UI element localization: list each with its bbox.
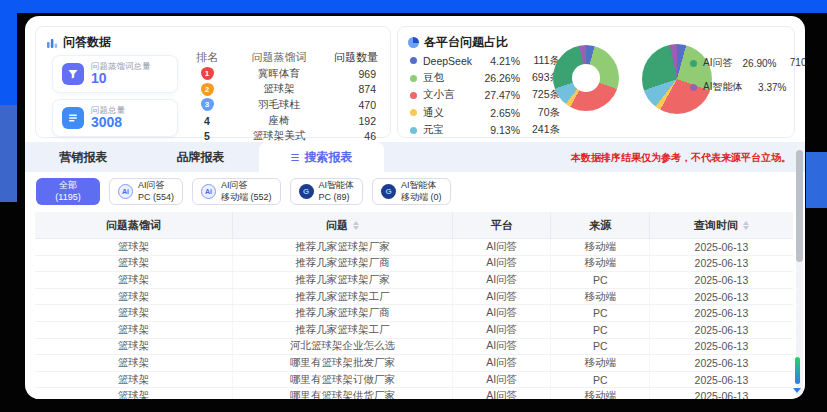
legend-count: 70条 bbox=[520, 106, 560, 120]
tab-label: 搜索报表 bbox=[304, 149, 352, 166]
table-cell: 哪里有篮球架订做厂家 bbox=[232, 372, 452, 388]
table-row[interactable]: 篮球架哪里有篮球架供货厂家AI问答移动端2025-06-13 bbox=[35, 388, 793, 399]
tab-label: 品牌报表 bbox=[177, 149, 225, 166]
filter-button-2[interactable]: AiAI问答移动端 (552) bbox=[192, 178, 281, 205]
filter-button-1[interactable]: AiAI问答PC (554) bbox=[109, 178, 183, 205]
table-cell: AI问答 bbox=[452, 305, 551, 321]
column-header-2: 平台 bbox=[452, 212, 551, 238]
column-header-label: 查询时间 bbox=[694, 218, 738, 233]
qa-data-section: 问答数据 问题蒸馏词总量 10 问题总量 3008 bbox=[35, 26, 391, 138]
legend-item[interactable]: DeepSeek4.21%111条 bbox=[410, 52, 560, 69]
legend-item[interactable]: 元宝9.13%241条 bbox=[410, 122, 560, 139]
legend-name: 元宝 bbox=[423, 123, 476, 137]
legend-name: 通义 bbox=[423, 106, 476, 120]
sort-icon[interactable] bbox=[743, 221, 749, 230]
table-row[interactable]: 篮球架推荐几家篮球架厂商AI问答移动端2025-06-13 bbox=[35, 256, 793, 273]
table-cell: AI问答 bbox=[452, 355, 551, 371]
ranking-row[interactable]: 3羽毛球柱470 bbox=[186, 97, 384, 113]
backdrop-blue-right bbox=[806, 152, 827, 208]
ai-agent-icon: G bbox=[381, 184, 396, 199]
ranking-row[interactable]: 1冀晖体育969 bbox=[186, 66, 384, 82]
platform-legend-primary: DeepSeek4.21%111条豆包26.26%693条文小言27.47%72… bbox=[410, 52, 560, 139]
filter-label-line2: 移动端 (0) bbox=[401, 192, 442, 203]
table-cell: 哪里有篮球架批发厂家 bbox=[232, 355, 452, 371]
qa-section-title: 问答数据 bbox=[63, 34, 111, 51]
ranking-word: 冀晖体育 bbox=[228, 67, 330, 81]
platform-section-header: 各平台问题占比 bbox=[408, 34, 508, 51]
tab-1[interactable]: 品牌报表 bbox=[142, 142, 259, 172]
column-header-4[interactable]: 查询时间 bbox=[649, 212, 793, 238]
legend-name: AI智能体 bbox=[703, 80, 742, 94]
table-cell: 推荐几家篮球架厂家 bbox=[232, 272, 452, 288]
table-row[interactable]: 篮球架推荐几家篮球架厂商AI问答PC2025-06-13 bbox=[35, 305, 793, 322]
filter-label: 全部(1195) bbox=[55, 180, 80, 203]
ranking-count: 46 bbox=[330, 130, 384, 142]
legend-name: 豆包 bbox=[423, 71, 476, 85]
filter-label-line1: AI问答 bbox=[221, 180, 248, 191]
legend-count: 89条 bbox=[786, 80, 805, 94]
table-row[interactable]: 篮球架推荐几家篮球架厂家AI问答PC2025-06-13 bbox=[35, 272, 793, 289]
dashboard-panel: 问答数据 问题蒸馏词总量 10 问题总量 3008 bbox=[25, 16, 805, 399]
filter-label-line1: 全部 bbox=[59, 180, 77, 191]
ranking-header-rank: 排名 bbox=[186, 50, 228, 65]
filter-button-3[interactable]: GAI智能体PC (89) bbox=[290, 178, 364, 205]
table-cell: 篮球架 bbox=[35, 388, 232, 399]
column-header-1[interactable]: 问题 bbox=[232, 212, 452, 238]
legend-percent: 4.21% bbox=[476, 55, 520, 67]
tab-2[interactable]: ☰搜索报表 bbox=[259, 142, 384, 172]
tab-0[interactable]: 营销报表 bbox=[25, 142, 142, 172]
column-header-3: 来源 bbox=[550, 212, 649, 238]
donut-chart[interactable] bbox=[553, 45, 619, 111]
table-row[interactable]: 篮球架推荐几家篮球架工厂AI问答移动端2025-06-13 bbox=[35, 289, 793, 306]
legend-item[interactable]: 通义2.65%70条 bbox=[410, 104, 560, 121]
legend-dot-icon bbox=[690, 60, 697, 67]
legend-item[interactable]: AI智能体3.37%89条 bbox=[690, 75, 794, 99]
table-row[interactable]: 篮球架推荐几家篮球架厂家AI问答移动端2025-06-13 bbox=[35, 239, 793, 256]
rank-medal-icon: 1 bbox=[201, 67, 214, 80]
legend-item[interactable]: 文小言27.47%725条 bbox=[410, 87, 560, 104]
ranking-rank-cell: 4 bbox=[186, 115, 228, 127]
table-cell: AI问答 bbox=[452, 256, 551, 272]
ranking-row[interactable]: 2篮球架874 bbox=[186, 82, 384, 98]
filter-button-0[interactable]: 全部(1195) bbox=[36, 178, 100, 205]
table-cell: 2025-06-13 bbox=[649, 272, 793, 288]
table-row[interactable]: 篮球架河北篮球架企业怎么选AI问答PC2025-06-13 bbox=[35, 339, 793, 356]
list-menu-icon: ☰ bbox=[291, 152, 300, 163]
scroll-down-arrow-icon[interactable] bbox=[793, 388, 801, 393]
stat-value: 3008 bbox=[91, 115, 122, 130]
table-cell: 2025-06-13 bbox=[649, 322, 793, 338]
table-row[interactable]: 篮球架哪里有篮球架批发厂家AI问答移动端2025-06-13 bbox=[35, 355, 793, 372]
ranking-table: 排名问题蒸馏词问题数量1冀晖体育9692篮球架8743羽毛球柱4704座椅192… bbox=[186, 49, 384, 144]
filter-label-line1: AI问答 bbox=[138, 180, 165, 191]
filter-label: AI问答移动端 (552) bbox=[221, 180, 272, 203]
rank-number: 5 bbox=[204, 130, 210, 142]
legend-percent: 26.26% bbox=[476, 72, 520, 84]
legend-name: DeepSeek bbox=[423, 55, 476, 67]
table-cell: 2025-06-13 bbox=[649, 339, 793, 355]
table-cell: AI问答 bbox=[452, 322, 551, 338]
filter-button-4[interactable]: GAI智能体移动端 (0) bbox=[372, 178, 451, 205]
results-table: 问题蒸馏词问题平台来源查询时间 篮球架推荐几家篮球架厂家AI问答移动端2025-… bbox=[35, 212, 793, 399]
ranking-word: 篮球架 bbox=[228, 82, 330, 96]
sort-down-icon bbox=[743, 226, 749, 230]
ranking-count: 969 bbox=[330, 68, 384, 80]
sort-icon[interactable] bbox=[353, 221, 359, 230]
table-cell: 篮球架 bbox=[35, 272, 232, 288]
ai-answer-icon: Ai bbox=[201, 184, 216, 199]
list-icon bbox=[62, 107, 84, 129]
ai-agent-icon: G bbox=[299, 184, 314, 199]
table-cell: 2025-06-13 bbox=[649, 239, 793, 255]
legend-item[interactable]: 豆包26.26%693条 bbox=[410, 69, 560, 86]
legend-item[interactable]: AI问答26.90%710条 bbox=[690, 51, 794, 75]
gradient-scroll-indicator[interactable] bbox=[795, 357, 800, 384]
rank-number: 4 bbox=[204, 115, 210, 127]
stat-card-text: 问题蒸馏词总量 10 bbox=[91, 61, 151, 87]
backdrop-left-scrollbar[interactable] bbox=[0, 105, 17, 202]
table-cell: AI问答 bbox=[452, 239, 551, 255]
table-row[interactable]: 篮球架哪里有篮球架订做厂家AI问答PC2025-06-13 bbox=[35, 372, 793, 389]
column-header-label: 来源 bbox=[589, 218, 611, 233]
vertical-scrollbar-thumb[interactable] bbox=[796, 150, 803, 262]
filter-label: AI智能体移动端 (0) bbox=[401, 180, 442, 203]
table-row[interactable]: 篮球架推荐几家篮球架工厂AI问答PC2025-06-13 bbox=[35, 322, 793, 339]
ranking-row[interactable]: 4座椅192 bbox=[186, 113, 384, 129]
